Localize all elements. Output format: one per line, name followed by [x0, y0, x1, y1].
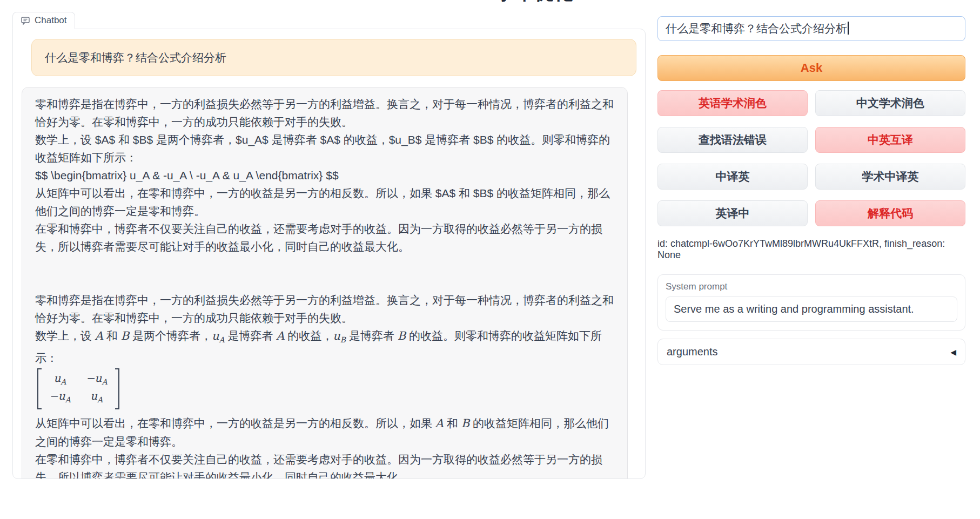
controls-column: 什么是零和博弈？结合公式介绍分析 Ask 英语学术润色 中文学术润色 查找语法错…	[657, 16, 965, 365]
status-line: id: chatcmpl-6wOo7KrYTwMl89lbrMWRu4UkFFX…	[657, 238, 965, 261]
bot-raw-paragraph: 零和博弈是指在博弈中，一方的利益损失必然等于另一方的利益增益。换言之，对于每一种…	[35, 95, 614, 131]
matrix-cell: uA	[86, 389, 108, 407]
payoff-matrix: uA −uA −uA uA	[37, 368, 119, 409]
matrix-cell: −uA	[86, 371, 108, 389]
bot-rendered-paragraph: 零和博弈是指在博弈中，一方的利益损失必然等于另一方的利益增益。换言之，对于每一种…	[35, 291, 614, 327]
ask-button-label: Ask	[801, 61, 822, 75]
matrix-left-bracket	[37, 368, 42, 409]
function-button-grid: 英语学术润色 中文学术润色 查找语法错误 中英互译 中译英 学术中译英 英译中 …	[657, 90, 965, 226]
btn-zh-en-mutual-translate[interactable]: 中英互译	[815, 127, 965, 153]
btn-zh-to-en[interactable]: 中译英	[657, 164, 808, 190]
page-title: ChatGPT 学术优化	[0, 0, 980, 4]
btn-find-grammar-errors[interactable]: 查找语法错误	[657, 127, 808, 153]
user-message-text: 什么是零和博弈？结合公式介绍分析	[45, 49, 623, 66]
btn-english-academic-polish[interactable]: 英语学术润色	[657, 90, 808, 116]
message-gap	[35, 255, 614, 291]
arguments-accordion-label: arguments	[667, 346, 718, 358]
text-cursor	[848, 22, 849, 35]
bot-raw-paragraph: 在零和博弈中，博弈者不仅要关注自己的收益，还需要考虑对手的收益。因为一方取得的收…	[35, 220, 614, 255]
chatbot-panel: 什么是零和博弈？结合公式介绍分析 零和博弈是指在博弈中，一方的利益损失必然等于另…	[12, 29, 646, 479]
btn-chinese-academic-polish[interactable]: 中文学术润色	[815, 90, 965, 116]
ask-button[interactable]: Ask	[657, 55, 965, 81]
bot-rendered-paragraph: 数学上，设 A 和 B 是两个博弈者，uA 是博弈者 A 的收益，uB 是博弈者…	[35, 327, 614, 367]
btn-en-to-zh[interactable]: 英译中	[657, 200, 808, 226]
accordion-collapse-icon: ◀	[950, 348, 956, 356]
system-prompt-label: System prompt	[666, 281, 957, 292]
btn-explain-code[interactable]: 解释代码	[815, 200, 965, 226]
chatbot-label-tab: Chatbot	[12, 12, 75, 29]
system-prompt-input[interactable]: Serve me as a writing and programming as…	[666, 296, 957, 322]
page-title-clipped: ChatGPT 学术优化	[0, 0, 980, 4]
bot-message-bubble: 零和博弈是指在博弈中，一方的利益损失必然等于另一方的利益增益。换言之，对于每一种…	[22, 87, 628, 479]
matrix-cell: uA	[49, 371, 71, 389]
bot-rendered-paragraph: 在零和博弈中，博弈者不仅要关注自己的收益，还需要考虑对手的收益。因为一方取得的收…	[35, 450, 614, 479]
bot-raw-paragraph: 从矩阵中可以看出，在零和博弈中，一方的收益是另一方的相反数。所以，如果 $A$ …	[35, 184, 614, 220]
chat-bubble-icon	[21, 16, 30, 25]
question-input-value: 什么是零和博弈？结合公式介绍分析	[666, 22, 847, 35]
matrix-cell: −uA	[49, 389, 71, 407]
matrix-cells: uA −uA −uA uA	[42, 368, 115, 409]
system-prompt-box: System prompt Serve me as a writing and …	[657, 274, 965, 331]
bot-raw-latex-line: $$ \begin{bmatrix} u_A & -u_A \ -u_A & u…	[35, 166, 614, 184]
bot-rendered-paragraph: 从矩阵中可以看出，在零和博弈中，一方的收益是另一方的相反数。所以，如果 A 和 …	[35, 414, 614, 450]
bot-raw-paragraph: 数学上，设 $A$ 和 $B$ 是两个博弈者，$u_A$ 是博弈者 $A$ 的收…	[35, 131, 614, 166]
chat-column: Chatbot 什么是零和博弈？结合公式介绍分析 零和博弈是指在博弈中，一方的利…	[12, 12, 646, 479]
arguments-accordion[interactable]: arguments ◀	[657, 339, 965, 365]
system-prompt-value: Serve me as a writing and programming as…	[674, 303, 914, 315]
chatbot-label-text: Chatbot	[35, 15, 67, 26]
matrix-right-bracket	[115, 368, 119, 409]
btn-academic-zh-to-en[interactable]: 学术中译英	[815, 164, 965, 190]
question-input[interactable]: 什么是零和博弈？结合公式介绍分析	[657, 16, 965, 41]
user-message-bubble: 什么是零和博弈？结合公式介绍分析	[31, 39, 636, 76]
